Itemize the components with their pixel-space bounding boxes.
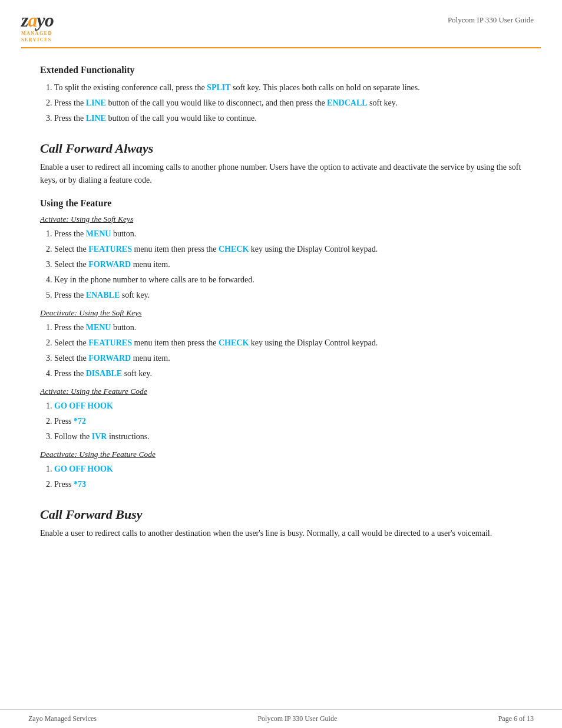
deactivate-code-list: GO OFF HOOK Press *73 — [54, 463, 522, 490]
call-forward-busy-description: Enable a user to redirect calls to anoth… — [40, 527, 522, 540]
list-item: Key in the phone number to where calls a… — [54, 274, 522, 286]
list-item: Select the FEATURES menu item then press… — [54, 243, 522, 255]
forward-keyword: FORWARD — [88, 260, 131, 269]
list-item: Select the FORWARD menu item. — [54, 352, 522, 364]
using-feature-heading: Using the Feature — [40, 198, 522, 209]
star73-keyword: *73 — [74, 480, 86, 489]
star72-keyword: *72 — [74, 417, 86, 426]
page-header: zayo MANAGED SERVICES Polycom IP 330 Use… — [0, 0, 562, 42]
header-title: Polycom IP 330 User Guide — [448, 11, 534, 25]
activate-softkeys-label: Activate: Using the Soft Keys — [40, 215, 522, 224]
extended-functionality-section: Extended Functionality To split the exis… — [40, 65, 522, 124]
endcall-keyword: ENDCALL — [327, 98, 367, 107]
list-item: Press the MENU button. — [54, 321, 522, 334]
split-keyword: SPLIT — [207, 83, 230, 92]
logo-sub2: SERVICES — [21, 37, 52, 42]
extended-functionality-heading: Extended Functionality — [40, 65, 522, 75]
footer-center: Polycom IP 330 User Guide — [257, 714, 337, 723]
list-item: Press the LINE button of the call you wo… — [54, 97, 522, 109]
disable-keyword: DISABLE — [86, 369, 122, 378]
forward-keyword2: FORWARD — [88, 354, 131, 363]
page-footer: Zayo Managed Services Polycom IP 330 Use… — [0, 709, 562, 728]
main-content: Extended Functionality To split the exis… — [0, 48, 562, 598]
logo-text: zayo — [21, 11, 54, 29]
using-feature-section: Using the Feature Activate: Using the So… — [40, 198, 522, 490]
ivr-keyword: IVR — [92, 432, 107, 441]
list-item: GO OFF HOOK — [54, 463, 522, 475]
deactivate-softkeys-list: Press the MENU button. Select the FEATUR… — [54, 321, 522, 380]
check-keyword2: CHECK — [219, 338, 249, 347]
list-item: Press the ENABLE soft key. — [54, 289, 522, 301]
list-item: Select the FEATURES menu item then press… — [54, 337, 522, 349]
call-forward-always-heading: Call Forward Always — [40, 141, 522, 156]
line-keyword: LINE — [86, 98, 106, 107]
activate-code-list: GO OFF HOOK Press *72 Follow the IVR ins… — [54, 400, 522, 443]
footer-right: Page 6 of 13 — [498, 714, 534, 723]
list-item: Press the LINE button of the call you wo… — [54, 112, 522, 124]
go-off-hook-keyword2: GO OFF HOOK — [54, 465, 113, 473]
list-item: Press *72 — [54, 415, 522, 427]
list-item: Press the DISABLE soft key. — [54, 367, 522, 380]
list-item: To split the existing conference call, p… — [54, 81, 522, 94]
list-item: GO OFF HOOK — [54, 400, 522, 412]
call-forward-busy-section: Call Forward Busy Enable a user to redir… — [40, 507, 522, 540]
logo: zayo MANAGED SERVICES — [21, 11, 86, 42]
list-item: Press *73 — [54, 478, 522, 490]
call-forward-always-section: Call Forward Always Enable a user to red… — [40, 141, 522, 490]
list-item: Follow the IVR instructions. — [54, 430, 522, 443]
deactivate-code-label: Deactivate: Using the Feature Code — [40, 450, 522, 459]
line-keyword2: LINE — [86, 114, 106, 123]
footer-left: Zayo Managed Services — [28, 714, 97, 723]
list-item: Press the MENU button. — [54, 228, 522, 240]
deactivate-softkeys-label: Deactivate: Using the Soft Keys — [40, 308, 522, 318]
call-forward-busy-heading: Call Forward Busy — [40, 507, 522, 522]
menu-keyword: MENU — [86, 229, 111, 238]
extended-functionality-list: To split the existing conference call, p… — [54, 81, 522, 124]
activate-softkeys-list: Press the MENU button. Select the FEATUR… — [54, 228, 522, 301]
enable-keyword: ENABLE — [86, 291, 120, 299]
activate-code-label: Activate: Using the Feature Code — [40, 387, 522, 396]
call-forward-always-description: Enable a user to redirect all incoming c… — [40, 161, 522, 187]
logo-sub1: MANAGED — [21, 31, 52, 36]
features-keyword2: FEATURES — [88, 338, 132, 347]
list-item: Select the FORWARD menu item. — [54, 258, 522, 271]
go-off-hook-keyword: GO OFF HOOK — [54, 401, 113, 410]
check-keyword: CHECK — [219, 245, 249, 253]
features-keyword: FEATURES — [88, 245, 132, 253]
menu-keyword2: MENU — [86, 323, 111, 332]
